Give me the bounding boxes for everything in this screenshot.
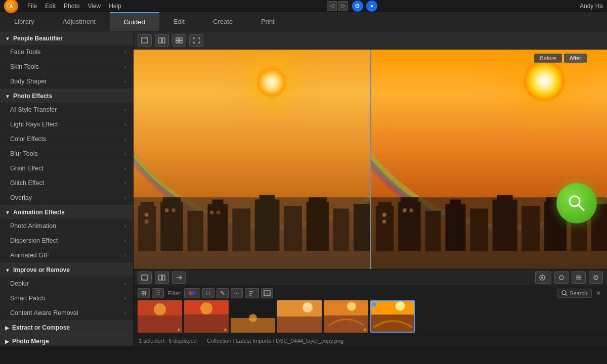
chevron-icon: › — [124, 107, 126, 113]
svg-rect-35 — [425, 211, 441, 251]
info-icon[interactable]: ● — [366, 1, 377, 12]
menu-view[interactable]: View — [84, 2, 104, 11]
strip-grid-btn[interactable]: ⊞ — [138, 288, 150, 298]
thumbnail-5[interactable]: ▲ — [324, 300, 368, 333]
zoom-toggle-btn[interactable] — [535, 271, 551, 284]
search-btn[interactable]: Search — [557, 289, 592, 298]
menu-photo[interactable]: Photo — [61, 2, 82, 11]
sidebar-item-smart-patch[interactable]: Smart Patch › — [0, 291, 133, 306]
sidebar-item-overlay[interactable]: Overlay › — [0, 191, 133, 205]
sort-btn[interactable] — [245, 288, 259, 298]
section-arrow: ▼ — [5, 36, 10, 41]
svg-line-72 — [566, 294, 567, 296]
tab-library[interactable]: Library — [0, 12, 49, 31]
filter-more-btn[interactable]: ··· — [231, 288, 243, 298]
section-photo-merge[interactable]: ▶ Photo Merge — [0, 334, 133, 346]
section-people-beautifier[interactable]: ▼ People Beautifier — [0, 31, 133, 45]
compare-split-btn[interactable] — [155, 271, 169, 284]
sidebar-item-grain-effect[interactable]: Grain Effect › — [0, 161, 133, 176]
svg-point-78 — [200, 302, 212, 314]
section-title-people: People Beautifier — [13, 35, 63, 42]
compare-before-btn[interactable] — [138, 271, 152, 284]
sidebar-item-light-rays[interactable]: Light Rays Effect › — [0, 117, 133, 132]
sidebar-item-dispersion[interactable]: Dispersion Effect › — [0, 234, 133, 248]
sidebar-item-animated-gif[interactable]: Animated GIF › — [0, 248, 133, 263]
section-photo-effects[interactable]: ▼ Photo Effects — [0, 89, 133, 103]
svg-point-57 — [541, 277, 543, 279]
section-extract-compose[interactable]: ▶ Extract or Compose — [0, 321, 133, 334]
sidebar-item-blur-tools[interactable]: Blur Tools › — [0, 147, 133, 161]
view-mode-toolbar — [134, 31, 607, 50]
brightness-btn[interactable] — [554, 271, 569, 284]
svg-rect-20 — [307, 202, 329, 251]
tab-create[interactable]: Create — [199, 12, 247, 31]
thumbnail-3[interactable] — [231, 300, 275, 333]
svg-rect-74 — [138, 315, 182, 333]
sidebar-item-color-effects[interactable]: Color Effects › — [0, 132, 133, 147]
tab-print[interactable]: Print — [247, 12, 289, 31]
strip-list-btn[interactable]: ☰ — [152, 288, 164, 298]
svg-point-87 — [347, 302, 356, 311]
svg-line-51 — [578, 205, 584, 210]
svg-rect-41 — [522, 206, 540, 251]
svg-rect-22 — [333, 208, 349, 251]
sidebar-item-skin-tools[interactable]: Skin Tools › — [0, 60, 133, 74]
view-fullscreen-btn[interactable] — [189, 34, 203, 47]
section-improve-remove[interactable]: ▼ Improve or Remove — [0, 263, 133, 277]
svg-point-81 — [249, 314, 257, 322]
sidebar-item-content-aware[interactable]: Content Aware Removal › — [0, 306, 133, 321]
thumbnail-6[interactable] — [370, 300, 415, 333]
strip-export-btn[interactable] — [261, 288, 273, 298]
svg-rect-49 — [409, 208, 413, 212]
view-grid-btn[interactable] — [172, 34, 186, 47]
section-arrow: ▶ — [5, 339, 9, 344]
svg-rect-47 — [382, 219, 386, 223]
svg-point-75 — [154, 303, 166, 315]
svg-rect-2 — [159, 38, 161, 43]
tab-guided[interactable]: Guided — [110, 12, 159, 31]
before-photo-canvas — [134, 50, 370, 269]
menu-edit[interactable]: Edit — [42, 2, 59, 11]
sidebar-item-body-shaper[interactable]: Body Shaper › — [0, 74, 133, 89]
thumbnail-2-image — [184, 300, 229, 333]
sidebar-item-ai-style[interactable]: AI Style Transfer › — [0, 103, 133, 117]
thumbnail-6-image — [371, 301, 414, 332]
svg-rect-29 — [216, 211, 220, 214]
svg-rect-77 — [184, 314, 229, 333]
before-label: Before — [534, 54, 561, 63]
nav-arrows: ◁ ▷ — [327, 1, 348, 11]
chevron-icon: › — [124, 195, 126, 201]
sidebar-item-face-tools[interactable]: Face Tools › — [0, 45, 133, 60]
sidebar-item-deblur[interactable]: Deblur › — [0, 277, 133, 291]
svg-rect-32 — [378, 202, 392, 208]
search-close-btn[interactable]: ✕ — [594, 289, 603, 298]
layers-btn[interactable] — [572, 271, 586, 284]
svg-rect-25 — [145, 219, 148, 223]
export-btn[interactable] — [589, 271, 603, 284]
redo-button[interactable]: ▷ — [338, 1, 348, 11]
compare-arrow-btn[interactable] — [172, 271, 186, 284]
sidebar-item-glitch-effect[interactable]: Glitch Effect › — [0, 176, 133, 191]
thumbnail-4[interactable] — [277, 300, 322, 333]
sidebar-item-photo-animation[interactable]: Photo Animation › — [0, 219, 133, 234]
view-fit-btn[interactable] — [155, 34, 169, 47]
filter-color-btn[interactable] — [184, 288, 200, 298]
menu-file[interactable]: File — [24, 2, 40, 11]
thumbnail-1[interactable]: ▲ — [138, 300, 182, 333]
filter-edit-btn[interactable]: ✎ — [216, 288, 229, 298]
menu-help[interactable]: Help — [106, 2, 124, 11]
section-animation-effects[interactable]: ▼ Animation Effects — [0, 205, 133, 219]
undo-button[interactable]: ◁ — [327, 1, 337, 11]
svg-rect-16 — [232, 208, 250, 251]
view-single-btn[interactable] — [138, 34, 152, 47]
svg-rect-19 — [284, 206, 302, 251]
thumbnail-2[interactable]: ▲ — [184, 300, 229, 333]
status-bar: 1 selected · 6 displayed Collection / La… — [134, 335, 607, 346]
section-arrow: ▼ — [5, 94, 10, 99]
settings-icon[interactable]: ⚙ — [352, 1, 363, 12]
tab-edit[interactable]: Edit — [159, 12, 199, 31]
tab-adjustment[interactable]: Adjustment — [49, 12, 110, 31]
filter-rect-btn[interactable]: □ — [202, 288, 214, 298]
svg-rect-6 — [176, 40, 179, 43]
svg-rect-53 — [159, 275, 161, 280]
